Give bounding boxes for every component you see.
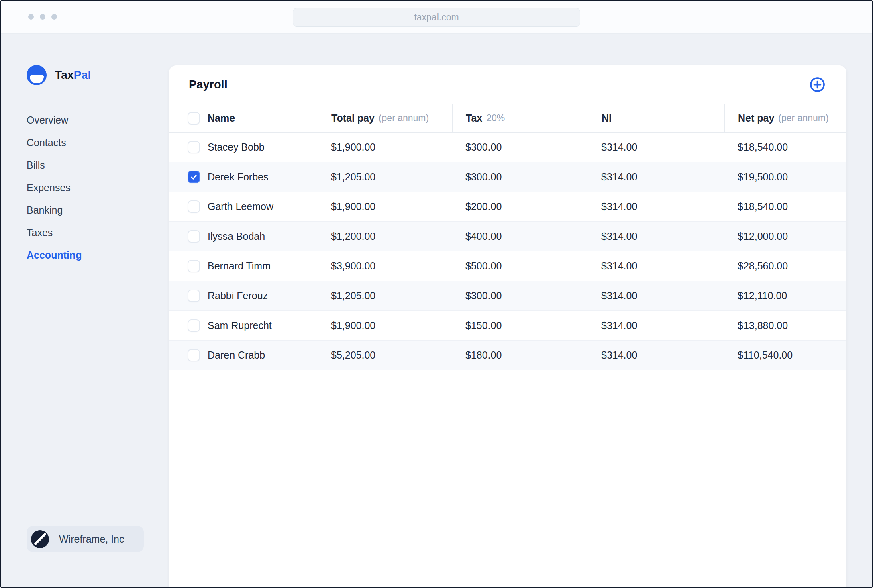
organization-switcher[interactable]: Wireframe, Inc	[27, 526, 144, 552]
cell-name: Derek Forbes	[169, 162, 318, 192]
cell-tax: $150.00	[452, 311, 588, 340]
employee-name: Derek Forbes	[208, 171, 268, 183]
address-bar-url: taxpal.com	[414, 12, 459, 23]
sidebar-item-expenses[interactable]: Expenses	[27, 176, 71, 199]
cell-ni: $314.00	[588, 341, 724, 370]
cell-net-pay: $12,000.00	[724, 222, 846, 251]
cell-name: Daren Crabb	[169, 341, 318, 370]
cell-name: Ilyssa Bodah	[169, 222, 318, 251]
cell-name: Sam Ruprecht	[169, 311, 318, 340]
cell-name: Garth Leemow	[169, 192, 318, 221]
cell-net-pay: $13,880.00	[724, 311, 846, 340]
cell-ni: $314.00	[588, 162, 724, 192]
window-control-dot[interactable]	[40, 14, 45, 20]
cell-name: Rabbi Ferouz	[169, 281, 318, 310]
table-row: Derek Forbes$1,205.00$300.00$314.00$19,5…	[169, 162, 846, 192]
row-checkbox[interactable]	[188, 200, 200, 213]
cell-tax: $500.00	[452, 251, 588, 281]
sidebar-item-banking[interactable]: Banking	[27, 199, 63, 221]
cell-net-pay: $18,540.00	[724, 133, 846, 162]
row-checkbox[interactable]	[188, 171, 200, 183]
cell-total-pay: $1,900.00	[318, 192, 452, 221]
cell-net-pay: $12,110.00	[724, 281, 846, 310]
app-content: TaxPal OverviewContactsBillsExpensesBank…	[1, 34, 872, 587]
cell-total-pay: $1,900.00	[318, 133, 452, 162]
employee-name: Rabbi Ferouz	[208, 290, 268, 302]
cell-ni: $314.00	[588, 281, 724, 310]
table-row: Ilyssa Bodah$1,200.00$400.00$314.00$12,0…	[169, 222, 846, 251]
row-checkbox[interactable]	[188, 260, 200, 272]
cell-total-pay: $5,205.00	[318, 341, 452, 370]
row-checkbox[interactable]	[188, 290, 200, 302]
cell-tax: $200.00	[452, 192, 588, 221]
cell-tax: $300.00	[452, 133, 588, 162]
cell-total-pay: $1,205.00	[318, 162, 452, 192]
plus-circle-icon	[809, 76, 826, 93]
taxpal-logo-icon	[27, 65, 47, 85]
table-header-row: Name Total pay (per annum) Tax 20% NI Ne	[169, 104, 846, 133]
cell-tax: $400.00	[452, 222, 588, 251]
cell-name: Stacey Bobb	[169, 133, 318, 162]
employee-name: Daren Crabb	[208, 349, 265, 361]
table-row: Daren Crabb$5,205.00$180.00$314.00$110,5…	[169, 341, 846, 370]
window-control-dot[interactable]	[51, 14, 57, 20]
sidebar-item-taxes[interactable]: Taxes	[27, 221, 53, 244]
table-row: Sam Ruprecht$1,900.00$150.00$314.00$13,8…	[169, 311, 846, 341]
employee-name: Sam Ruprecht	[208, 320, 272, 331]
sidebar-item-bills[interactable]: Bills	[27, 154, 45, 176]
cell-ni: $314.00	[588, 311, 724, 340]
cell-ni: $314.00	[588, 251, 724, 281]
cell-total-pay: $3,900.00	[318, 251, 452, 281]
table-header-total-pay: Total pay (per annum)	[318, 104, 452, 132]
sidebar-item-contacts[interactable]: Contacts	[27, 131, 66, 154]
employee-name: Ilyssa Bodah	[208, 231, 265, 242]
sidebar: TaxPal OverviewContactsBillsExpensesBank…	[1, 34, 169, 587]
table-header-net-pay: Net pay (per annum)	[724, 104, 846, 132]
cell-total-pay: $1,205.00	[318, 281, 452, 310]
organization-name: Wireframe, Inc	[59, 533, 124, 545]
sidebar-nav: OverviewContactsBillsExpensesBankingTaxe…	[27, 109, 169, 266]
cell-ni: $314.00	[588, 133, 724, 162]
table-row: Stacey Bobb$1,900.00$300.00$314.00$18,54…	[169, 133, 846, 162]
select-all-checkbox[interactable]	[188, 112, 200, 125]
browser-window: taxpal.com TaxPal OverviewContactsBillsE…	[0, 0, 873, 588]
sidebar-item-accounting[interactable]: Accounting	[27, 244, 82, 266]
row-checkbox[interactable]	[188, 230, 200, 243]
window-controls	[28, 14, 57, 20]
check-icon	[190, 173, 198, 181]
employee-name: Stacey Bobb	[208, 141, 265, 153]
cell-tax: $300.00	[452, 281, 588, 310]
page-title: Payroll	[189, 78, 228, 91]
address-bar[interactable]: taxpal.com	[293, 8, 580, 27]
table-row: Garth Leemow$1,900.00$200.00$314.00$18,5…	[169, 192, 846, 222]
table-header-name: Name	[169, 104, 318, 132]
browser-titlebar: taxpal.com	[1, 1, 872, 34]
window-control-dot[interactable]	[28, 14, 34, 20]
row-checkbox[interactable]	[188, 319, 200, 332]
row-checkbox[interactable]	[188, 141, 200, 153]
payroll-card: Payroll Name Total pay	[169, 65, 846, 587]
cell-net-pay: $19,500.00	[724, 162, 846, 192]
cell-tax: $180.00	[452, 341, 588, 370]
cell-net-pay: $110,540.00	[724, 341, 846, 370]
sidebar-item-overview[interactable]: Overview	[27, 109, 68, 131]
table-header-tax: Tax 20%	[452, 104, 588, 132]
cell-total-pay: $1,200.00	[318, 222, 452, 251]
main-area: Payroll Name Total pay	[169, 34, 872, 587]
app-title: TaxPal	[55, 69, 91, 82]
payroll-card-header: Payroll	[169, 65, 846, 104]
table-row: Bernard Timm$3,900.00$500.00$314.00$28,5…	[169, 251, 846, 281]
cell-ni: $314.00	[588, 222, 724, 251]
cell-total-pay: $1,900.00	[318, 311, 452, 340]
organization-logo-icon	[31, 530, 49, 548]
row-checkbox[interactable]	[188, 349, 200, 361]
cell-name: Bernard Timm	[169, 251, 318, 281]
cell-net-pay: $18,540.00	[724, 192, 846, 221]
cell-ni: $314.00	[588, 192, 724, 221]
app-logo[interactable]: TaxPal	[27, 65, 169, 85]
add-employee-button[interactable]	[809, 76, 826, 93]
employee-name: Garth Leemow	[208, 201, 273, 212]
cell-net-pay: $28,560.00	[724, 251, 846, 281]
table-header-ni: NI	[588, 104, 724, 132]
table-row: Rabbi Ferouz$1,205.00$300.00$314.00$12,1…	[169, 281, 846, 311]
